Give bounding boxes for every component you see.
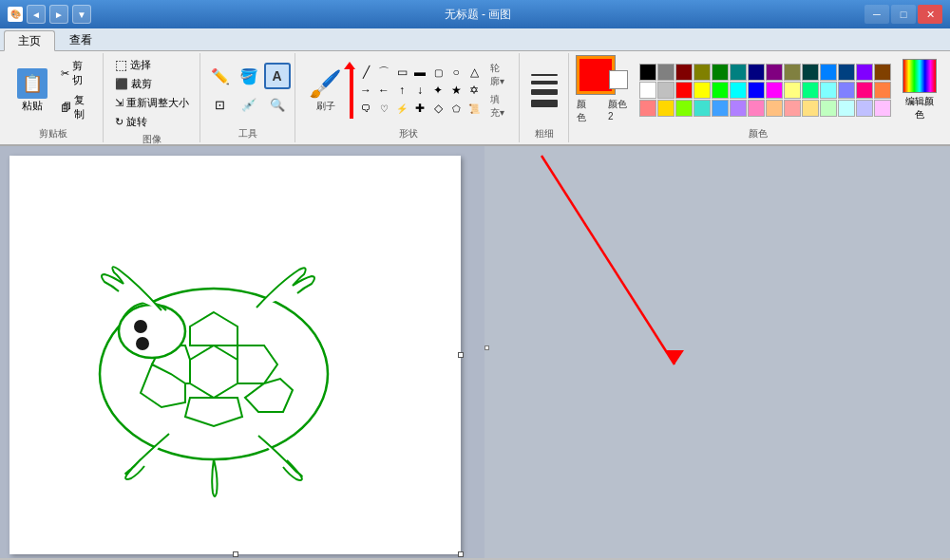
- shape-rect2[interactable]: ▬: [411, 64, 428, 81]
- minimize-button[interactable]: ─: [864, 5, 889, 24]
- color-cell-2[interactable]: [675, 64, 693, 81]
- color-cell-6[interactable]: [748, 64, 765, 81]
- shape-plus[interactable]: ✚: [411, 100, 428, 117]
- color-cell-33[interactable]: [730, 100, 747, 117]
- shape-curve[interactable]: ⌒: [375, 64, 392, 81]
- color-cell-41[interactable]: [874, 100, 891, 117]
- shape-arrow-down[interactable]: ↓: [411, 82, 428, 99]
- eraser-button[interactable]: ⊡: [207, 91, 234, 118]
- resize-button[interactable]: ⇲ 重新调整大小: [111, 94, 193, 112]
- color-cell-35[interactable]: [766, 100, 783, 117]
- color-cell-26[interactable]: [856, 82, 873, 99]
- maximize-button[interactable]: □: [891, 5, 916, 24]
- size-label: 粗细: [535, 127, 554, 140]
- color-cell-22[interactable]: [784, 82, 801, 99]
- color-cell-12[interactable]: [856, 64, 873, 81]
- shape-star4[interactable]: ✦: [429, 82, 446, 99]
- shape-ellipse[interactable]: ○: [447, 64, 465, 81]
- color2-swatch[interactable]: [609, 70, 628, 89]
- shape-lightning[interactable]: ⚡: [393, 100, 410, 117]
- colors-label: 颜色: [749, 127, 768, 140]
- rotate-button[interactable]: ↻ 旋转: [111, 113, 151, 131]
- color-cell-36[interactable]: [784, 100, 801, 117]
- drawing-canvas[interactable]: [10, 156, 461, 554]
- shape-heart[interactable]: ♡: [375, 100, 392, 117]
- shape-arrow-right[interactable]: →: [357, 82, 374, 99]
- shape-triangle[interactable]: △: [466, 64, 483, 81]
- color-cell-17[interactable]: [694, 82, 711, 99]
- color-cell-20[interactable]: [748, 82, 765, 99]
- color-cell-7[interactable]: [766, 64, 783, 81]
- shape-star5[interactable]: ★: [447, 82, 465, 99]
- title-text: 无标题 - 画图: [91, 7, 864, 23]
- color-cell-30[interactable]: [675, 100, 693, 117]
- color-cell-29[interactable]: [657, 100, 674, 117]
- nav-forward[interactable]: ►: [49, 5, 68, 24]
- color-cell-8[interactable]: [784, 64, 801, 81]
- canvas-handle-right[interactable]: [458, 352, 464, 358]
- shape-pentagon[interactable]: ⬠: [447, 100, 465, 117]
- color-cell-34[interactable]: [748, 100, 765, 117]
- tab-home[interactable]: 主页: [4, 30, 55, 51]
- color-cell-38[interactable]: [820, 100, 837, 117]
- color-cell-5[interactable]: [730, 64, 747, 81]
- nav-back[interactable]: ◄: [27, 5, 46, 24]
- shape-arrow-left[interactable]: ←: [375, 82, 392, 99]
- color-cell-24[interactable]: [820, 82, 837, 99]
- color-cell-9[interactable]: [802, 64, 819, 81]
- select-button[interactable]: ⬚ 选择: [111, 55, 155, 74]
- color-cell-0[interactable]: [639, 64, 656, 81]
- pencil-button[interactable]: ✏️: [207, 63, 234, 89]
- shape-round-rect[interactable]: ▢: [429, 64, 446, 81]
- shape-line[interactable]: ╱: [357, 64, 374, 81]
- shape-scroll[interactable]: 📜: [466, 100, 483, 117]
- color-cell-10[interactable]: [820, 64, 837, 81]
- shape-star6[interactable]: ✡: [466, 82, 483, 99]
- color-cell-16[interactable]: [675, 82, 693, 99]
- color-cell-15[interactable]: [657, 82, 674, 99]
- magnify-button[interactable]: 🔍: [264, 91, 291, 118]
- color-cell-4[interactable]: [712, 64, 729, 81]
- color-cell-28[interactable]: [639, 100, 656, 117]
- color-cell-18[interactable]: [712, 82, 729, 99]
- color-cell-3[interactable]: [694, 64, 711, 81]
- shape-callout[interactable]: 🗨: [357, 100, 374, 117]
- shape-rect[interactable]: ▭: [393, 64, 410, 81]
- color-cell-1[interactable]: [657, 64, 674, 81]
- fill-button[interactable]: 🪣: [236, 63, 262, 89]
- color-cell-40[interactable]: [856, 100, 873, 117]
- fill-shape-button[interactable]: 填充▾: [486, 91, 513, 121]
- color-cell-21[interactable]: [766, 82, 783, 99]
- paste-button[interactable]: 📋 粘贴: [10, 55, 55, 125]
- color-cell-19[interactable]: [730, 82, 747, 99]
- color-cell-27[interactable]: [874, 82, 891, 99]
- shape-diamond[interactable]: ◇: [429, 100, 446, 117]
- edit-colors-button[interactable]: 编辑颜色: [899, 57, 940, 123]
- ribbon: 📋 粘贴 ✂ 剪切 🗐 复制 剪贴板 ⬚ 选择: [0, 51, 950, 146]
- shape-arrow-up[interactable]: ↑: [393, 82, 410, 99]
- nav-menu[interactable]: ▼: [72, 5, 91, 24]
- canvas-handle-bottom[interactable]: [233, 551, 238, 557]
- color-cell-11[interactable]: [838, 64, 855, 81]
- canvas-handle-corner[interactable]: [458, 551, 464, 557]
- size-selector[interactable]: [531, 74, 558, 107]
- pick-color-button[interactable]: 💉: [236, 91, 262, 118]
- brush-button[interactable]: 🖌️ 工具 刷子: [303, 65, 348, 117]
- color-cell-31[interactable]: [694, 100, 711, 117]
- color-cell-13[interactable]: [874, 64, 891, 81]
- outline-button[interactable]: 轮廓▾: [486, 60, 513, 90]
- color-cell-14[interactable]: [639, 82, 656, 99]
- color-cell-25[interactable]: [838, 82, 855, 99]
- canvas-container[interactable]: [0, 146, 484, 558]
- color-cell-32[interactable]: [712, 100, 729, 117]
- cut-button[interactable]: ✂ 剪切: [57, 57, 97, 89]
- crop-button[interactable]: ⬛ 裁剪: [111, 75, 156, 93]
- close-button[interactable]: ✕: [918, 5, 942, 24]
- text-button[interactable]: A: [264, 63, 291, 89]
- color-cell-37[interactable]: [802, 100, 819, 117]
- tab-view[interactable]: 查看: [55, 29, 106, 50]
- color-cell-23[interactable]: [802, 82, 819, 99]
- paste-icon: 📋: [17, 68, 48, 99]
- color-cell-39[interactable]: [838, 100, 855, 117]
- copy-button[interactable]: 🗐 复制: [57, 91, 97, 123]
